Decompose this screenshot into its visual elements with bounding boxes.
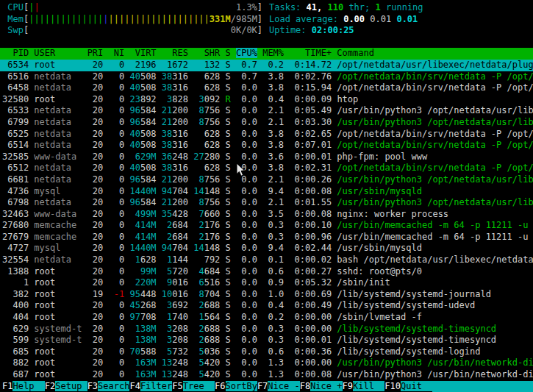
- fkey-f7[interactable]: F7Nice -: [257, 381, 300, 392]
- column-header-virt[interactable]: VIRT: [129, 48, 156, 58]
- mem-cell: 1.0: [262, 289, 284, 299]
- fkey-label: Help: [12, 381, 44, 391]
- process-row[interactable]: 6516 netdata 20 0 40508 38316 628 S 0.7 …: [0, 71, 533, 83]
- command-cell: bash /opt/netdata/usr/libexec/netdata: [337, 254, 533, 265]
- fkey-f5[interactable]: F5Tree: [172, 381, 215, 392]
- fkey-f4[interactable]: F4Filter: [129, 381, 172, 392]
- process-row[interactable]: 1388 root 20 0 99M 5720 4684 S 0.0 0.6 0…: [0, 266, 533, 278]
- process-row[interactable]: 400 root 20 0 45268 3692 2688 S 0.0 0.4 …: [0, 300, 533, 312]
- process-row[interactable]: 599 systemd-t 20 0 138M 3208 2688 S 0.0 …: [0, 335, 533, 346]
- process-row[interactable]: 4727 mysql 20 0 1440M 94704 14148 S 0.0 …: [0, 243, 533, 254]
- process-row[interactable]: 1 root 20 0 220M 9016 6516 S 0.0 0.9 0:0…: [0, 277, 533, 289]
- fkey-f8[interactable]: F8Nice +: [300, 381, 343, 392]
- blank-line: [2, 37, 533, 49]
- column-header-s[interactable]: S: [226, 48, 231, 58]
- pid-cell: 687: [2, 369, 29, 379]
- pid-cell: 404: [2, 312, 29, 322]
- column-header-command[interactable]: Command: [337, 48, 374, 58]
- fkey-f10[interactable]: F10Quit: [384, 381, 432, 392]
- command-cell: /usr/sbin/mysqld: [337, 243, 533, 253]
- mem-cell: 1.3: [262, 369, 284, 379]
- user-cell: netdata: [34, 117, 82, 127]
- cpu-cell: 0.7: [236, 71, 257, 82]
- column-header-shr[interactable]: SHR: [193, 48, 220, 58]
- column-header-pri[interactable]: PRI: [87, 48, 104, 58]
- process-row[interactable]: 6798 netdata 20 0 96584 21200 8756 S 0.0…: [0, 197, 533, 209]
- column-header-time[interactable]: TIME+: [289, 48, 332, 58]
- process-row[interactable]: 4736 mysql 20 0 1440M 94704 14148 S 0.0 …: [0, 186, 533, 198]
- time-cell: 0:00.08: [289, 186, 332, 196]
- user-cell: root: [34, 94, 82, 104]
- process-row[interactable]: 687 root 20 0 163M 13248 5420 S 0.0 1.3 …: [0, 369, 533, 381]
- table-header[interactable]: PID USER PRI NI VIRT RES SHR S CPU% MEM%…: [0, 48, 533, 60]
- ni-cell: 0: [109, 277, 125, 288]
- process-row[interactable]: 882 root 20 0 163M 13248 5420 S 0.0 1.3 …: [0, 357, 533, 369]
- pri-cell: 20: [87, 232, 104, 242]
- fkey-f9[interactable]: F9Kill: [343, 381, 385, 392]
- column-header-cpu[interactable]: CPU%: [236, 48, 257, 58]
- pri-cell: 20: [87, 152, 104, 162]
- column-header-ni[interactable]: NI: [109, 48, 125, 58]
- column-header-mem[interactable]: MEM%: [262, 48, 284, 58]
- mem-cell: 2.1: [262, 174, 284, 185]
- pri-cell: 20: [87, 254, 104, 265]
- running-label: running: [381, 2, 423, 13]
- process-row[interactable]: 6533 netdata 20 0 96584 21200 8756 S 0.0…: [0, 105, 533, 117]
- process-row[interactable]: 27679 memcache 20 0 414M 2684 2176 S 0.0…: [0, 232, 533, 243]
- command-cell: /lib/systemd/systemd-udevd: [337, 300, 533, 310]
- shr-cell: 2: [193, 324, 204, 334]
- fkey-f1[interactable]: F1Help: [2, 381, 45, 392]
- column-header-user[interactable]: USER: [34, 48, 82, 58]
- pid-cell: 32585: [2, 152, 29, 162]
- virt-cell: 414M: [129, 232, 156, 242]
- state-cell: S: [226, 357, 231, 368]
- cpu-cell: 0.0: [236, 369, 257, 379]
- process-row[interactable]: 6799 netdata 20 0 96584 21200 8756 S 0.0…: [0, 117, 533, 129]
- process-row[interactable]: 6681 netdata 20 0 96584 21200 8756 S 0.0…: [0, 174, 533, 186]
- mem-cell: 0.3: [262, 335, 284, 345]
- pri-cell: 20: [87, 186, 104, 196]
- process-row[interactable]: 32463 www-data 20 0 499M 35428 7660 S 0.…: [0, 209, 533, 221]
- shr-cell: 792: [193, 254, 220, 265]
- process-row[interactable]: 6525 netdata 20 0 40508 38316 628 S 0.0 …: [0, 129, 533, 140]
- virt-cell: 629M: [129, 152, 156, 162]
- res-cell: 10: [162, 289, 172, 299]
- virt-cell: 96: [129, 105, 140, 115]
- load-average-label: Load average:: [269, 14, 343, 24]
- ni-cell: 0: [109, 60, 125, 70]
- process-row[interactable]: 685 root 20 0 70588 5732 5036 S 0.0 0.6 …: [0, 346, 533, 358]
- virt-cell: 138M: [129, 324, 156, 334]
- fkey-f2[interactable]: F2Setup: [45, 381, 87, 392]
- column-header-res[interactable]: RES: [162, 48, 188, 58]
- res-cell: 38: [162, 140, 172, 150]
- process-row[interactable]: 32554 netdata 20 0 1628 1144 792 S 0.0 0…: [0, 254, 533, 266]
- column-header-pid[interactable]: PID: [2, 48, 29, 58]
- command-cell: /usr/bin/memcached -m 64 -p 11211 -u: [337, 232, 533, 242]
- htop-terminal: CPU[|| 1.3%] Mem[|||||||||||||||||||||||…: [0, 0, 533, 392]
- process-row[interactable]: 6534 root 20 0 2196 1672 132 S 0.7 0.2 0…: [0, 60, 533, 71]
- process-row[interactable]: 27680 memcache 20 0 414M 2684 2176 S 0.0…: [0, 220, 533, 232]
- time-cell: 0:03.30: [289, 117, 332, 127]
- process-row[interactable]: 6512 netdata 20 0 40508 38316 628 S 0.0 …: [0, 163, 533, 174]
- process-row[interactable]: 32585 www-data 20 0 629M 36248 27280 S 0…: [0, 152, 533, 163]
- process-row[interactable]: 629 systemd-t 20 0 138M 3208 2688 S 0.0 …: [0, 324, 533, 335]
- pri-cell: 20: [87, 82, 104, 93]
- process-row[interactable]: 382 root 19 -1 95448 10016 8704 S 0.0 1.…: [0, 289, 533, 301]
- time-cell: 0:05.49: [289, 105, 332, 115]
- virt-cell: 2: [129, 60, 140, 70]
- process-row[interactable]: 6458 netdata 20 0 40508 38316 628 S 0.0 …: [0, 82, 533, 94]
- process-row[interactable]: 6514 netdata 20 0 40508 38316 628 S 0.0 …: [0, 140, 533, 152]
- uptime-line: Uptime: 02:00:25: [269, 25, 423, 37]
- pri-cell: 20: [87, 346, 104, 357]
- ni-cell: 0: [109, 209, 125, 219]
- fkey-f6[interactable]: F6SortBy: [215, 381, 257, 392]
- fkey-f3[interactable]: F3Search: [87, 381, 130, 392]
- res-cell: 9: [162, 277, 172, 288]
- command-cell: /usr/bin/python3 /opt/netdata/usr/lib: [337, 197, 533, 207]
- time-cell: 0:00.27: [289, 266, 332, 277]
- shr-cell: 6: [193, 277, 204, 288]
- process-row[interactable]: 32580 root 20 0 23892 3828 3092 R 0.0 0.…: [0, 94, 533, 106]
- process-row[interactable]: 404 root 20 0 97708 1740 1564 S 0.0 0.2 …: [0, 312, 533, 324]
- state-cell: S: [226, 266, 231, 277]
- fkey-label: Tree: [183, 381, 215, 391]
